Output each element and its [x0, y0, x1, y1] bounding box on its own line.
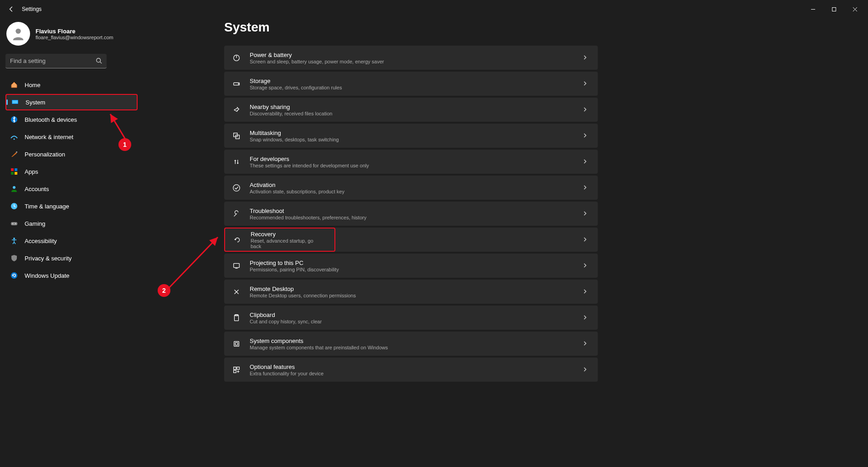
- sidebar-item-accessibility[interactable]: Accessibility: [5, 233, 138, 249]
- search-input[interactable]: [5, 54, 107, 68]
- card-title: Troubleshoot: [250, 208, 582, 214]
- card-subtitle: Snap windows, desktops, task switching: [250, 137, 582, 142]
- sidebar-item-label: Gaming: [25, 220, 46, 227]
- chevron-right-icon: [582, 210, 588, 218]
- svg-point-16: [15, 223, 16, 224]
- sidebar-item-system[interactable]: System: [5, 94, 138, 110]
- card-title: System components: [250, 337, 582, 344]
- annotation-marker-2: 2: [158, 284, 170, 297]
- card-components[interactable]: System componentsManage system component…: [224, 332, 598, 356]
- sidebar-item-label: Apps: [25, 168, 38, 175]
- card-subtitle: Manage system components that are preins…: [250, 345, 582, 350]
- card-clipboard[interactable]: ClipboardCut and copy history, sync, cle…: [224, 306, 598, 330]
- chevron-right-icon: [582, 80, 588, 88]
- sidebar-item-label: Bluetooth & devices: [25, 116, 77, 123]
- card-subtitle: Recommended troubleshooters, preferences…: [250, 215, 582, 220]
- card-subtitle: Remote Desktop users, connection permiss…: [250, 293, 582, 298]
- avatar: [6, 22, 30, 46]
- card-subtitle: Storage space, drives, configuration rul…: [250, 85, 582, 90]
- svg-point-18: [11, 272, 17, 279]
- multitask-icon: [231, 131, 241, 141]
- card-share[interactable]: Nearby sharingDiscoverability, received …: [224, 98, 598, 122]
- page-title: System: [224, 20, 598, 35]
- gaming-icon: [10, 219, 18, 228]
- maximize-button[interactable]: [823, 2, 844, 16]
- svg-point-6: [14, 139, 15, 140]
- card-subtitle: Screen and sleep, battery usage, power m…: [250, 59, 582, 64]
- sidebar-item-network[interactable]: Network & internet: [5, 129, 138, 145]
- profile-name: Flavius Floare: [36, 28, 113, 35]
- back-button[interactable]: [3, 0, 20, 18]
- card-title: Remote Desktop: [250, 285, 582, 292]
- svg-rect-4: [12, 100, 18, 104]
- sidebar-item-privacy[interactable]: Privacy & security: [5, 250, 138, 266]
- recovery-icon: [232, 235, 242, 245]
- sidebar-item-home[interactable]: Home: [5, 77, 138, 93]
- card-remote[interactable]: Remote DesktopRemote Desktop users, conn…: [224, 280, 598, 304]
- card-subtitle: Discoverability, received files location: [250, 111, 582, 116]
- features-icon: [231, 365, 241, 375]
- check-icon: [231, 183, 241, 193]
- share-icon: [231, 105, 241, 115]
- sidebar-item-label: Privacy & security: [25, 255, 72, 262]
- profile[interactable]: Flavius Floare floare_flavius@windowsrep…: [5, 20, 138, 54]
- storage-icon: [231, 79, 241, 89]
- card-subtitle: These settings are intended for developm…: [250, 163, 582, 168]
- card-check[interactable]: ActivationActivation state, subscription…: [224, 176, 598, 200]
- sidebar-item-label: Time & language: [25, 203, 69, 210]
- card-project[interactable]: Projecting to this PCPermissions, pairin…: [224, 254, 598, 278]
- card-dev[interactable]: For developersThese settings are intende…: [224, 150, 598, 174]
- card-features[interactable]: Optional featuresExtra functionality for…: [224, 358, 598, 382]
- svg-rect-11: [15, 172, 17, 175]
- network-icon: [10, 133, 18, 141]
- accessibility-icon: [10, 237, 18, 245]
- card-multitask[interactable]: MultitaskingSnap windows, desktops, task…: [224, 124, 598, 148]
- sidebar-item-bluetooth[interactable]: Bluetooth & devices: [5, 111, 138, 128]
- system-icon: [11, 98, 19, 106]
- components-icon: [231, 339, 241, 349]
- svg-rect-7: [16, 151, 17, 153]
- card-title: For developers: [250, 156, 582, 162]
- svg-point-2: [97, 58, 101, 62]
- sidebar-item-personalization[interactable]: Personalization: [5, 146, 138, 162]
- card-power[interactable]: Power & batteryScreen and sleep, battery…: [224, 46, 598, 70]
- svg-point-21: [238, 83, 239, 84]
- card-subtitle: Permissions, pairing PIN, discoverabilit…: [250, 267, 582, 272]
- sidebar-item-label: Personalization: [25, 151, 65, 158]
- chevron-right-icon: [582, 236, 588, 244]
- close-button[interactable]: [844, 2, 865, 16]
- project-icon: [231, 261, 241, 271]
- home-icon: [10, 81, 18, 89]
- sidebar-item-label: Windows Update: [25, 272, 69, 279]
- sidebar-item-label: System: [26, 99, 45, 106]
- sidebar-item-accounts[interactable]: Accounts: [5, 181, 138, 197]
- sidebar-item-gaming[interactable]: Gaming: [5, 215, 138, 232]
- card-subtitle: Reset, advanced startup, go back: [251, 238, 324, 249]
- chevron-right-icon: [582, 158, 588, 166]
- card-title: Multitasking: [250, 130, 582, 136]
- card-subtitle: Cut and copy history, sync, clear: [250, 319, 582, 324]
- wrench-icon: [231, 209, 241, 219]
- accounts-icon: [10, 185, 18, 193]
- sidebar-item-label: Accounts: [25, 186, 49, 192]
- sidebar-item-apps[interactable]: Apps: [5, 163, 138, 180]
- card-title: Nearby sharing: [250, 104, 582, 110]
- sidebar-item-update[interactable]: Windows Update: [5, 267, 138, 284]
- card-storage[interactable]: StorageStorage space, drives, configurat…: [224, 72, 598, 96]
- sidebar-item-label: Network & internet: [25, 134, 73, 140]
- sidebar-item-time[interactable]: Time & language: [5, 198, 138, 214]
- card-subtitle: Extra functionality for your device: [250, 371, 582, 376]
- svg-rect-10: [11, 172, 14, 175]
- minimize-button[interactable]: [802, 2, 823, 16]
- card-title: Projecting to this PC: [250, 259, 582, 266]
- card-recovery[interactable]: RecoveryReset, advanced startup, go back: [224, 228, 335, 252]
- card-wrench[interactable]: TroubleshootRecommended troubleshooters,…: [224, 202, 598, 226]
- search-icon: [96, 57, 102, 66]
- svg-point-12: [13, 186, 15, 189]
- chevron-right-icon: [582, 262, 588, 270]
- apps-icon: [10, 167, 18, 176]
- svg-rect-8: [11, 168, 14, 171]
- chevron-right-icon: [582, 54, 588, 62]
- chevron-right-icon: [582, 366, 588, 374]
- remote-icon: [231, 287, 241, 297]
